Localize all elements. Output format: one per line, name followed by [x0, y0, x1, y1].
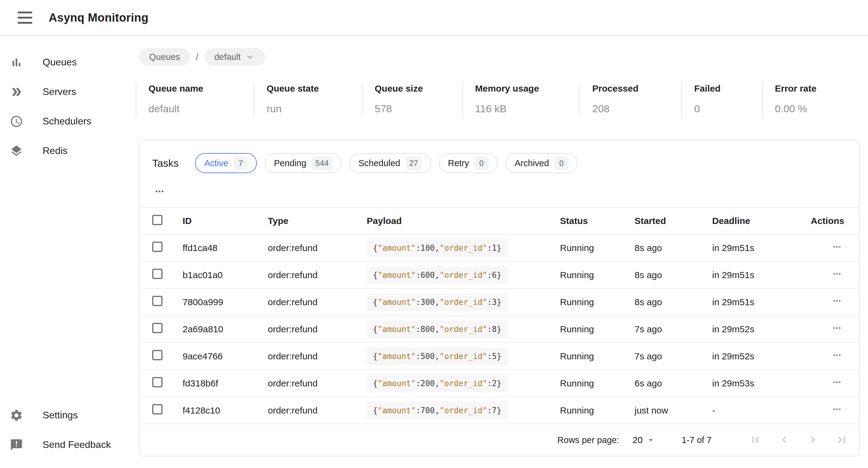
more-horiz-icon: [832, 350, 842, 361]
row-actions-button[interactable]: [832, 404, 842, 415]
table-row: 2a69a810 order:refund {"amount":800,"ord…: [140, 316, 859, 343]
task-started: 8s ago: [634, 297, 712, 307]
column-header-type: Type: [268, 216, 367, 226]
task-payload: {"amount":500,"order_id":5}: [367, 347, 508, 365]
tab-label: Scheduled: [359, 158, 400, 168]
app-bar: Asynq Monitoring: [0, 0, 868, 36]
sidebar-item-schedulers[interactable]: Schedulers: [0, 106, 138, 136]
task-status: Running: [560, 297, 634, 307]
rows-per-page-select[interactable]: 20: [632, 435, 655, 445]
stat-block: Queue state run: [254, 82, 362, 118]
stat-value: run: [267, 103, 356, 115]
task-deadline: in 29m51s: [712, 243, 808, 253]
table-row: fd318b6f order:refund {"amount":200,"ord…: [140, 370, 859, 397]
task-payload: {"amount":600,"order_id":6}: [367, 266, 508, 284]
tab-scheduled[interactable]: Scheduled 27: [349, 153, 431, 173]
chevron-right-icon: [807, 433, 819, 446]
task-deadline: in 29m52s: [712, 324, 808, 335]
sidebar-item-send-feedback[interactable]: Send Feedback: [0, 430, 138, 460]
row-checkbox[interactable]: [152, 350, 162, 360]
menu-icon[interactable]: [18, 11, 32, 24]
next-page-button[interactable]: [807, 433, 819, 447]
tab-label: Retry: [448, 158, 469, 168]
row-actions-button[interactable]: [832, 322, 842, 334]
row-actions-button[interactable]: [832, 295, 842, 306]
row-actions-button[interactable]: [832, 241, 842, 252]
row-checkbox[interactable]: [152, 377, 162, 387]
breadcrumb-current-label: default: [214, 52, 241, 62]
tab-pending[interactable]: Pending 544: [265, 153, 341, 173]
stat-value: 0: [694, 103, 756, 115]
row-actions-button[interactable]: [832, 269, 842, 279]
stat-label: Processed: [592, 83, 675, 94]
select-all-checkbox[interactable]: [152, 215, 162, 225]
tasks-card: Tasks Active 7 Pending 544 Scheduled 27: [140, 140, 860, 457]
row-actions-button[interactable]: [832, 377, 842, 388]
gear-icon: [10, 409, 23, 422]
task-type: order:refund: [268, 243, 367, 253]
row-actions-button[interactable]: [832, 350, 842, 361]
task-started: just now: [634, 405, 712, 416]
row-checkbox[interactable]: [152, 323, 162, 333]
tab-retry[interactable]: Retry 0: [439, 153, 498, 173]
sidebar-spacer: [0, 165, 138, 401]
stat-label: Queue state: [267, 83, 356, 94]
stat-block: Error rate 0.00 %: [762, 82, 860, 118]
sidebar-item-settings[interactable]: Settings: [0, 401, 138, 430]
previous-page-button[interactable]: [778, 433, 791, 447]
stat-label: Queue size: [375, 83, 456, 94]
tasks-title: Tasks: [152, 157, 179, 169]
row-checkbox[interactable]: [152, 404, 162, 414]
breadcrumb-queue-select[interactable]: default: [205, 48, 265, 66]
stat-block: Memory usage 116 kB: [462, 82, 580, 118]
sidebar-item-redis[interactable]: Redis: [0, 136, 138, 165]
task-type: order:refund: [268, 324, 367, 335]
task-deadline: -: [712, 405, 808, 416]
bulk-actions-button[interactable]: [153, 185, 165, 197]
last-page-button[interactable]: [835, 433, 848, 447]
stat-block: Queue size 578: [362, 82, 462, 118]
task-id: f4128c10: [183, 405, 268, 416]
stat-value: 116 kB: [475, 103, 574, 115]
last-page-icon: [835, 433, 848, 446]
more-horiz-icon: [832, 269, 842, 279]
table-row: ffd1ca48 order:refund {"amount":100,"ord…: [140, 235, 859, 262]
more-horiz-icon: [832, 404, 842, 415]
first-page-button[interactable]: [749, 433, 762, 447]
stat-value: 578: [375, 103, 456, 115]
task-status: Running: [560, 405, 634, 416]
task-started: 8s ago: [634, 243, 712, 253]
row-checkbox[interactable]: [152, 296, 162, 306]
task-type: order:refund: [268, 378, 367, 388]
breadcrumb-queues-chip[interactable]: Queues: [140, 48, 190, 66]
table-row: 7800a999 order:refund {"amount":300,"ord…: [140, 289, 859, 316]
chevron-left-icon: [778, 433, 791, 446]
row-checkbox[interactable]: [152, 242, 162, 252]
tab-count-badge: 27: [406, 156, 422, 170]
task-id: ffd1ca48: [183, 243, 268, 253]
sidebar-item-servers[interactable]: Servers: [0, 77, 138, 106]
task-payload: {"amount":200,"order_id":2}: [367, 375, 508, 392]
column-header-started: Started: [634, 216, 712, 226]
bar-chart-icon: [10, 56, 23, 69]
more-horiz-icon: [832, 322, 842, 334]
task-started: 6s ago: [634, 378, 712, 388]
stat-block: Processed 208: [580, 82, 681, 118]
tab-count-badge: 0: [555, 156, 568, 170]
column-header-deadline: Deadline: [712, 216, 808, 226]
task-status: Running: [560, 243, 634, 253]
table-pagination: Rows per page: 20 1-7 of 7: [140, 424, 859, 456]
tab-archived[interactable]: Archived 0: [505, 153, 578, 173]
task-id: 2a69a810: [183, 324, 268, 335]
task-deadline: in 29m53s: [712, 378, 808, 388]
task-status: Running: [560, 324, 634, 335]
breadcrumb: Queues / default: [140, 48, 860, 66]
sidebar: Queues Servers Schedulers Redis Settings…: [0, 36, 138, 467]
row-checkbox[interactable]: [152, 269, 162, 279]
task-id: 9ace4766: [183, 351, 268, 362]
tab-active[interactable]: Active 7: [195, 153, 257, 173]
table-row: b1ac01a0 order:refund {"amount":600,"ord…: [140, 262, 859, 289]
sidebar-item-queues[interactable]: Queues: [0, 48, 138, 77]
stat-label: Error rate: [775, 83, 854, 94]
stat-block: Queue name default: [136, 82, 254, 118]
